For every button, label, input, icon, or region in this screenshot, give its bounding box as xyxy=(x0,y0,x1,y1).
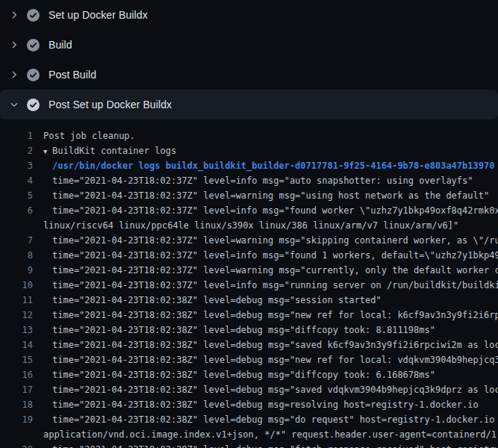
log-line-number[interactable]: 10 xyxy=(0,278,33,293)
log-line: 20time="2021-04-23T18:02:38Z" level=debu… xyxy=(0,442,498,448)
log-line-number[interactable]: 14 xyxy=(0,337,33,352)
log-line: 5time="2021-04-23T18:02:37Z" level=warni… xyxy=(0,188,498,203)
log-line: 1Post job cleanup. xyxy=(0,128,498,143)
log-line-number[interactable]: 12 xyxy=(0,308,33,323)
log-line-text: time="2021-04-23T18:02:38Z" level=debug … xyxy=(43,412,498,427)
log-line-number[interactable]: 18 xyxy=(0,397,33,412)
log-line-number[interactable]: 4 xyxy=(0,173,33,188)
log-line-number[interactable]: 15 xyxy=(0,352,33,367)
log-line-text: time="2021-04-23T18:02:38Z" level=debug … xyxy=(43,442,498,448)
log-line-number[interactable]: 7 xyxy=(0,233,33,248)
log-line: 15time="2021-04-23T18:02:38Z" level=debu… xyxy=(0,352,498,367)
log-line-number[interactable]: 16 xyxy=(0,367,33,382)
log-line-text: time="2021-04-23T18:02:38Z" level=debug … xyxy=(43,367,498,382)
log-line: 4time="2021-04-23T18:02:37Z" level=info … xyxy=(0,173,498,188)
log-line-number[interactable]: 20 xyxy=(0,442,33,448)
log-line-text: time="2021-04-23T18:02:37Z" level=warnin… xyxy=(43,188,498,203)
step-header-post-set-up-docker-buildx[interactable]: Post Set up Docker Buildx xyxy=(0,90,498,119)
log-line: 10time="2021-04-23T18:02:37Z" level=info… xyxy=(0,278,498,293)
log-line: 14time="2021-04-23T18:02:38Z" level=debu… xyxy=(0,337,498,352)
log-line-number-empty xyxy=(0,427,33,442)
log-command-text: /usr/bin/docker logs buildx_buildkit_bui… xyxy=(43,158,498,173)
log-line-text: time="2021-04-23T18:02:37Z" level=info m… xyxy=(43,248,498,263)
log-line-number[interactable]: 9 xyxy=(0,263,33,278)
log-line-number-empty xyxy=(0,218,33,233)
log-line-text: time="2021-04-23T18:02:37Z" level=warnin… xyxy=(43,263,498,278)
log-line-text: time="2021-04-23T18:02:37Z" level=info m… xyxy=(43,203,498,218)
log-line-wrap: linux/riscv64 linux/ppc64le linux/s390x … xyxy=(0,218,498,233)
log-line-number[interactable]: 3 xyxy=(0,158,33,173)
log-line-number[interactable]: 2 xyxy=(0,143,33,158)
step-label: Post Build xyxy=(49,69,96,81)
chevron-right-icon xyxy=(9,40,19,50)
log-line: 3/usr/bin/docker logs buildx_buildkit_bu… xyxy=(0,158,498,173)
step-label: Build xyxy=(49,39,72,51)
collapse-triangle-icon[interactable]: ▼ xyxy=(43,144,52,158)
log-line-text: time="2021-04-23T18:02:37Z" level=info m… xyxy=(43,278,498,293)
steps-list: Set up Docker BuildxBuildPost BuildPost … xyxy=(0,0,498,119)
log-line-text: time="2021-04-23T18:02:38Z" level=debug … xyxy=(43,337,498,352)
log-line-text: time="2021-04-23T18:02:37Z" level=info m… xyxy=(43,173,498,188)
check-circle-icon xyxy=(27,39,40,52)
log-line: 13time="2021-04-23T18:02:38Z" level=debu… xyxy=(0,323,498,337)
log-line-number[interactable]: 5 xyxy=(0,188,33,203)
log-viewer: 1Post job cleanup.2▼BuildKit container l… xyxy=(0,119,498,448)
chevron-right-icon xyxy=(9,69,19,80)
log-line-text: time="2021-04-23T18:02:38Z" level=debug … xyxy=(43,308,498,323)
log-line-text: time="2021-04-23T18:02:38Z" level=debug … xyxy=(43,293,498,308)
step-header-post-build[interactable]: Post Build xyxy=(0,60,498,90)
log-line: 18time="2021-04-23T18:02:38Z" level=debu… xyxy=(0,397,498,412)
log-line-text: time="2021-04-23T18:02:38Z" level=debug … xyxy=(43,397,498,412)
step-label: Post Set up Docker Buildx xyxy=(49,99,172,111)
check-circle-icon xyxy=(27,69,40,81)
log-line: 17time="2021-04-23T18:02:38Z" level=debu… xyxy=(0,382,498,397)
log-line-text[interactable]: ▼BuildKit container logs xyxy=(43,143,498,158)
log-line-text: application/vnd.oci.image.index.v1+json,… xyxy=(43,427,498,442)
log-line: 2▼BuildKit container logs xyxy=(0,143,498,158)
log-line-number[interactable]: 11 xyxy=(0,293,33,308)
step-header-set-up-docker-buildx[interactable]: Set up Docker Buildx xyxy=(0,0,498,30)
chevron-down-icon xyxy=(9,99,19,110)
log-line-text: Post job cleanup. xyxy=(43,128,498,143)
check-circle-icon xyxy=(27,9,40,22)
log-line-number[interactable]: 17 xyxy=(0,382,33,397)
log-line: 11time="2021-04-23T18:02:38Z" level=debu… xyxy=(0,293,498,308)
log-line-number[interactable]: 13 xyxy=(0,323,33,337)
log-line: 8time="2021-04-23T18:02:37Z" level=info … xyxy=(0,248,498,263)
log-line: 6time="2021-04-23T18:02:37Z" level=info … xyxy=(0,203,498,218)
log-line: 19time="2021-04-23T18:02:38Z" level=debu… xyxy=(0,412,498,427)
log-line-number[interactable]: 6 xyxy=(0,203,33,218)
log-line-text: time="2021-04-23T18:02:38Z" level=debug … xyxy=(43,352,498,367)
log-line-text: time="2021-04-23T18:02:37Z" level=warnin… xyxy=(43,233,498,248)
log-line-text: linux/riscv64 linux/ppc64le linux/s390x … xyxy=(43,218,498,233)
log-line-number[interactable]: 1 xyxy=(0,128,33,143)
check-circle-icon xyxy=(27,99,40,111)
log-line: 16time="2021-04-23T18:02:38Z" level=debu… xyxy=(0,367,498,382)
log-line-text: time="2021-04-23T18:02:38Z" level=debug … xyxy=(43,323,498,337)
log-line-text: time="2021-04-23T18:02:38Z" level=debug … xyxy=(43,382,498,397)
log-line-wrap: application/vnd.oci.image.index.v1+json,… xyxy=(0,427,498,442)
log-line: 12time="2021-04-23T18:02:38Z" level=debu… xyxy=(0,308,498,323)
log-line: 7time="2021-04-23T18:02:37Z" level=warni… xyxy=(0,233,498,248)
step-label: Set up Docker Buildx xyxy=(49,9,148,21)
log-line-number[interactable]: 19 xyxy=(0,412,33,427)
step-header-build[interactable]: Build xyxy=(0,30,498,60)
log-group-label: BuildKit container logs xyxy=(52,146,176,156)
log-line: 9time="2021-04-23T18:02:37Z" level=warni… xyxy=(0,263,498,278)
chevron-right-icon xyxy=(9,10,19,20)
log-line-number[interactable]: 8 xyxy=(0,248,33,263)
